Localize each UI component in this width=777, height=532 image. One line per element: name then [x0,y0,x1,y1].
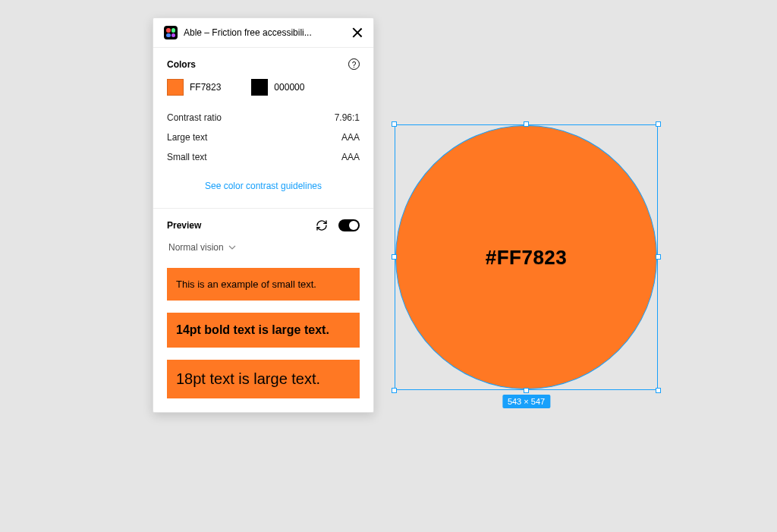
metric-small-value: AAA [341,152,360,162]
swatch-item-bg[interactable]: 000000 [251,79,304,96]
colors-title: Colors [167,59,196,70]
handle-br[interactable] [656,388,661,393]
sample-bold: 14pt bold text is large text. [167,313,360,348]
sample-large: 18pt text is large text. [167,360,360,398]
preview-title: Preview [167,220,201,231]
handle-mt[interactable] [524,121,529,127]
plugin-icon [164,26,178,39]
handle-bl[interactable] [392,388,397,393]
handle-mb[interactable] [524,388,529,393]
metric-large-value: AAA [341,132,360,143]
preview-toggle[interactable] [338,219,360,231]
swatch-fg [167,79,184,96]
selection-outline [395,124,658,390]
swatch-fg-hex: FF7823 [190,82,221,93]
sample-small: This is an example of small text. [167,268,360,301]
close-icon[interactable] [352,27,363,38]
chevron-down-icon [228,245,236,250]
swatch-item-fg[interactable]: FF7823 [167,79,221,96]
plugin-panel: Able – Friction free accessibili... Colo… [153,17,374,413]
preview-section: Preview Normal vision This is an example… [153,209,373,412]
colors-section: Colors ? FF7823 000000 Contrast ratio 7.… [153,48,373,209]
metric-contrast-label: Contrast ratio [167,112,222,123]
handle-tr[interactable] [656,121,661,127]
metric-contrast: Contrast ratio 7.96:1 [167,112,360,123]
swatch-bg-hex: 000000 [274,82,304,93]
swatch-row: FF7823 000000 [167,79,360,96]
selection-dimensions: 543 × 547 [502,395,550,408]
panel-header: Able – Friction free accessibili... [153,18,373,48]
metric-large: Large text AAA [167,132,360,143]
handle-ml[interactable] [392,254,397,260]
handle-tl[interactable] [392,121,397,127]
vision-mode-label: Normal vision [168,242,224,253]
metric-small: Small text AAA [167,152,360,162]
metric-large-label: Large text [167,132,207,143]
metric-small-label: Small text [167,152,207,162]
panel-title: Able – Friction free accessibili... [184,27,346,38]
help-icon[interactable]: ? [348,58,360,70]
canvas-selection[interactable]: #FF7823 543 × 547 [395,124,658,390]
guidelines-link[interactable]: See color contrast guidelines [167,181,360,191]
refresh-icon[interactable] [316,219,328,231]
metric-contrast-value: 7.96:1 [335,112,360,123]
handle-mr[interactable] [656,254,661,260]
vision-mode-select[interactable]: Normal vision [167,242,360,253]
swatch-bg [251,79,268,96]
